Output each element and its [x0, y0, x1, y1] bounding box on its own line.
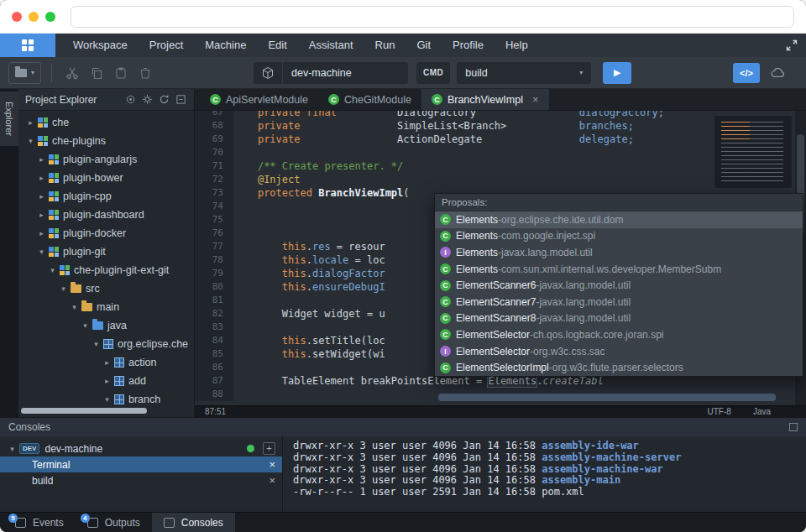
- tree-item-add[interactable]: ▸add: [18, 372, 194, 390]
- process-build[interactable]: build×: [0, 472, 282, 488]
- tree-item-che-plugin-git-ext-git[interactable]: ▾che-plugin-git-ext-git: [18, 261, 194, 279]
- add-terminal-button[interactable]: +: [263, 442, 275, 455]
- editor-tab-BranchViewImpl[interactable]: CBranchViewImpl×: [421, 89, 549, 110]
- menu-item-project[interactable]: Project: [139, 34, 194, 57]
- editor-mode-toggle[interactable]: </>: [733, 63, 760, 83]
- cut-button[interactable]: [62, 63, 82, 83]
- minimize-window-button[interactable]: [29, 12, 39, 22]
- tree-item-action[interactable]: ▸action: [18, 353, 194, 372]
- line-number: 69: [195, 133, 233, 146]
- panel-tab-consoles[interactable]: Consoles: [152, 513, 235, 532]
- delete-button[interactable]: [135, 63, 155, 83]
- menu-item-profile[interactable]: Profile: [442, 34, 495, 57]
- close-process-icon[interactable]: ×: [269, 474, 275, 487]
- proposal-item[interactable]: CElements - com.sun.xml.internal.ws.deve…: [435, 261, 803, 278]
- class-icon: C: [440, 362, 451, 373]
- command-selector[interactable]: build ▾: [457, 62, 591, 84]
- menu-item-edit[interactable]: Edit: [257, 34, 297, 57]
- chevron-down-icon[interactable]: ▾: [80, 321, 91, 330]
- chevron-down-icon[interactable]: ▾: [25, 137, 36, 145]
- proposal-item[interactable]: CElements - org.eclipse.che.ide.util.dom: [435, 211, 803, 228]
- tree-item-plugin-bower[interactable]: ▸plugin-bower: [18, 169, 194, 187]
- editor-tab-ApiServletModule[interactable]: CApiServletModule: [200, 89, 318, 110]
- collapse-all-icon[interactable]: [175, 93, 187, 106]
- chevron-right-icon[interactable]: ▸: [36, 229, 47, 237]
- proposal-item[interactable]: CElementSelector - ch.qos.logback.core.j…: [435, 326, 803, 343]
- run-command-button[interactable]: ▶: [603, 62, 631, 84]
- panel-tab-events[interactable]: 5Events: [3, 513, 76, 532]
- menu-item-run[interactable]: Run: [364, 34, 406, 57]
- file-meta: drwxr-xr-x 3 user user 4096 Jan 14 16:58: [293, 440, 542, 451]
- close-window-button[interactable]: [12, 12, 22, 22]
- tree-item-plugin-cpp[interactable]: ▸plugin-cpp: [18, 187, 194, 206]
- chevron-down-icon[interactable]: ▾: [69, 303, 80, 311]
- panel-tab-outputs[interactable]: 4Outputs: [76, 513, 152, 532]
- proposal-item[interactable]: CElementScanner6 - javax.lang.model.util: [435, 277, 803, 294]
- che-logo[interactable]: [0, 34, 55, 57]
- chevron-right-icon[interactable]: ▸: [25, 118, 36, 127]
- close-process-icon[interactable]: ×: [269, 458, 275, 471]
- left-tool-strip: Explorer: [0, 89, 18, 417]
- maximize-panel-icon[interactable]: [789, 423, 798, 431]
- proposal-item[interactable]: CElementScanner7 - javax.lang.model.util: [435, 294, 803, 310]
- chevron-down-icon[interactable]: ▾: [47, 266, 58, 274]
- proposal-item[interactable]: IElements - javax.lang.model.util: [435, 244, 803, 261]
- menu-item-git[interactable]: Git: [406, 34, 442, 57]
- chevron-down-icon[interactable]: ▾: [102, 395, 113, 404]
- close-tab-icon[interactable]: ×: [532, 93, 539, 106]
- tree-item-org.eclipse.che[interactable]: ▾org.eclipse.che: [18, 335, 194, 353]
- explorer-scrollbar[interactable]: [21, 408, 147, 414]
- proposal-item[interactable]: CElements - com.google.inject.spi: [435, 228, 803, 245]
- chevron-right-icon[interactable]: ▸: [102, 358, 113, 367]
- process-terminal[interactable]: Terminal×: [0, 456, 282, 472]
- menu-item-assistant[interactable]: Assistant: [298, 34, 364, 57]
- refresh-icon[interactable]: [158, 93, 170, 106]
- editor-hscrollbar[interactable]: [438, 394, 776, 401]
- project-menu-button[interactable]: ▾: [8, 62, 41, 84]
- tree-item-che[interactable]: ▸che: [18, 113, 194, 132]
- cloud-icon[interactable]: [768, 63, 788, 83]
- tree-item-plugin-dashboard[interactable]: ▸plugin-dashboard: [18, 206, 194, 224]
- chevron-right-icon[interactable]: ▸: [36, 192, 47, 201]
- explorer-strip-tab[interactable]: Explorer: [0, 91, 18, 146]
- chevron-right-icon[interactable]: ▸: [36, 155, 47, 164]
- directory-name: assembly-main: [542, 474, 620, 486]
- proposal-item[interactable]: IElementSelector - org.w3c.css.sac: [435, 343, 803, 360]
- menu-item-help[interactable]: Help: [495, 34, 539, 57]
- tree-item-main[interactable]: ▾main: [18, 298, 194, 316]
- machine-node[interactable]: ▾ DEV dev-machine +: [0, 441, 282, 456]
- chevron-down-icon[interactable]: ▾: [91, 340, 102, 348]
- copy-button[interactable]: [86, 63, 107, 83]
- paste-button[interactable]: [111, 63, 131, 83]
- scope-icon[interactable]: [124, 93, 137, 106]
- tree-item-plugin-docker[interactable]: ▸plugin-docker: [18, 224, 194, 243]
- tree-item-java[interactable]: ▾java: [18, 316, 194, 335]
- events-icon-wrap: 5: [15, 518, 26, 528]
- chevron-right-icon[interactable]: ▸: [36, 174, 47, 182]
- toggle-fullscreen-icon[interactable]: [786, 39, 798, 51]
- tree-item-branch[interactable]: ▾branch: [18, 390, 194, 409]
- proposal-item[interactable]: CElementScanner8 - javax.lang.model.util: [435, 310, 803, 327]
- tree-item-che-plugins[interactable]: ▾che-plugins: [18, 132, 194, 150]
- address-bar[interactable]: [71, 6, 794, 28]
- terminal-output[interactable]: drwxr-xr-x 3 user user 4096 Jan 14 16:58…: [283, 436, 806, 512]
- tree-item-src[interactable]: ▾src: [18, 279, 194, 298]
- chevron-down-icon[interactable]: ▾: [7, 445, 18, 453]
- settings-icon[interactable]: [141, 93, 154, 106]
- chevron-down-icon[interactable]: ▾: [58, 284, 69, 293]
- chevron-right-icon[interactable]: ▸: [36, 211, 47, 219]
- zoom-window-button[interactable]: [45, 12, 55, 22]
- code-text: Widget widget = u: [233, 307, 385, 321]
- machine-selector[interactable]: dev-machine: [282, 62, 408, 84]
- menu-item-machine[interactable]: Machine: [194, 34, 257, 57]
- proposal-item[interactable]: CElementSelectorImpl - org.w3c.flute.par…: [435, 359, 803, 376]
- machine-icon[interactable]: [254, 62, 282, 84]
- tree-item-plugin-angularjs[interactable]: ▸plugin-angularjs: [18, 150, 194, 169]
- chevron-down-icon[interactable]: ▾: [36, 248, 47, 256]
- menu-item-workspace[interactable]: Workspace: [62, 34, 139, 57]
- chevron-right-icon[interactable]: ▸: [102, 377, 113, 385]
- tree-item-plugin-git[interactable]: ▾plugin-git: [18, 243, 194, 261]
- editor-tab-CheGitModule[interactable]: CCheGitModule: [318, 89, 421, 110]
- line-number: 82: [195, 307, 233, 321]
- minimap[interactable]: [714, 116, 792, 188]
